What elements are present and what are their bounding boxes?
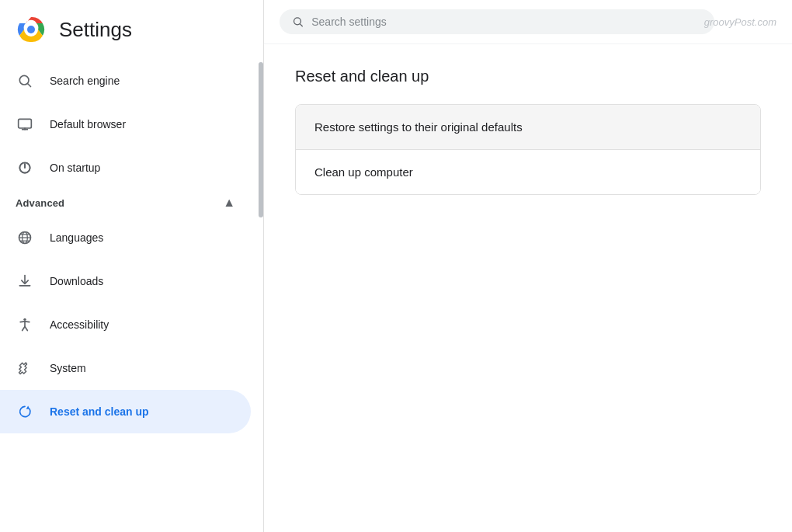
clean-up-computer-label: Clean up computer: [314, 165, 413, 179]
sidebar-item-default-browser[interactable]: Default browser: [0, 103, 251, 146]
clean-up-computer-item[interactable]: Clean up computer: [296, 149, 760, 194]
search-bar-icon: [292, 16, 304, 28]
sidebar-item-system[interactable]: System: [0, 346, 251, 390]
restore-settings-item[interactable]: Restore settings to their original defau…: [296, 105, 760, 149]
svg-point-14: [23, 318, 26, 321]
search-bar-container: groovyPost.com: [264, 0, 792, 44]
reset-clean-up-label: Reset and clean up: [50, 405, 149, 418]
sidebar: Settings Search engine: [0, 0, 264, 532]
default-browser-icon: [16, 115, 34, 134]
sidebar-item-search-engine[interactable]: Search engine: [0, 59, 251, 103]
accessibility-label: Accessibility: [50, 318, 109, 331]
system-label: System: [50, 362, 86, 374]
downloads-label: Downloads: [50, 275, 103, 287]
sidebar-navigation: Search engine Default browser: [0, 59, 263, 532]
search-bar: [280, 9, 714, 34]
sidebar-scrollbar[interactable]: [259, 62, 263, 217]
languages-label: Languages: [50, 231, 103, 244]
reset-clean-up-card: Restore settings to their original defau…: [295, 104, 761, 195]
watermark-text: groovyPost.com: [704, 16, 776, 28]
system-icon: [16, 359, 34, 377]
sidebar-item-downloads[interactable]: Downloads: [0, 259, 251, 303]
default-browser-label: Default browser: [50, 118, 126, 130]
svg-line-16: [300, 24, 302, 26]
svg-point-2: [27, 26, 35, 33]
app-container: Settings Search engine: [0, 0, 792, 532]
languages-icon: [16, 228, 34, 247]
svg-rect-5: [19, 119, 32, 128]
search-engine-label: Search engine: [50, 75, 120, 87]
sidebar-header: Settings: [0, 0, 263, 59]
sidebar-item-on-startup[interactable]: On startup: [0, 146, 251, 190]
sidebar-item-accessibility[interactable]: Accessibility: [0, 303, 251, 346]
restore-settings-label: Restore settings to their original defau…: [314, 120, 523, 134]
on-startup-icon: [16, 158, 34, 177]
main-content: groovyPost.com Reset and clean up Restor…: [264, 0, 792, 532]
accessibility-icon: [16, 315, 34, 334]
chrome-logo-icon: [16, 14, 47, 45]
advanced-collapse-icon: ▲: [223, 196, 235, 210]
reset-icon: [16, 402, 34, 421]
sidebar-item-reset-clean-up[interactable]: Reset and clean up: [0, 390, 251, 433]
advanced-section-header[interactable]: Advanced ▲: [0, 190, 251, 216]
settings-page-title: Settings: [59, 18, 132, 42]
advanced-section-label: Advanced: [16, 197, 64, 209]
search-engine-icon: [16, 71, 34, 90]
content-area: Reset and clean up Restore settings to t…: [264, 44, 792, 532]
on-startup-label: On startup: [50, 162, 100, 174]
downloads-icon: [16, 272, 34, 290]
search-settings-input[interactable]: [311, 16, 702, 28]
sidebar-item-languages[interactable]: Languages: [0, 216, 251, 259]
svg-line-4: [28, 84, 31, 87]
reset-clean-up-section-title: Reset and clean up: [295, 68, 761, 85]
